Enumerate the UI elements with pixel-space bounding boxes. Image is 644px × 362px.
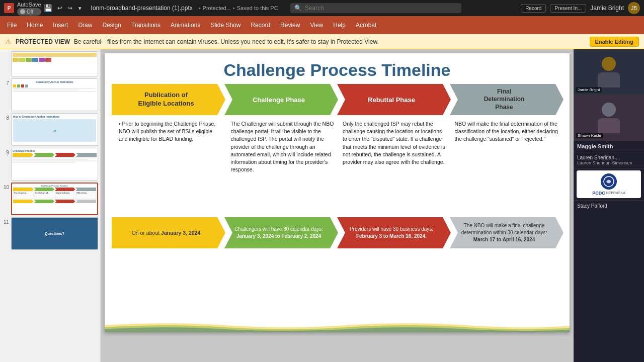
slide-image-7[interactable]: Community Anchor Institutions xyxy=(11,78,98,111)
protected-message: Be careful—files from the Internet can c… xyxy=(74,38,379,45)
video-name-shawn: Shawn Kasle xyxy=(576,133,603,138)
search-box[interactable]: 🔍 xyxy=(290,3,461,13)
tab-animations[interactable]: Animations xyxy=(166,20,205,31)
nebraska-text: NEBRASKA xyxy=(606,191,625,195)
tab-view[interactable]: View xyxy=(305,20,328,31)
timeline-publication: On or about January 3, 2024 xyxy=(112,217,225,248)
desc-challenge: The Challenger will submit through the N… xyxy=(227,117,339,215)
slide-thumb-9[interactable]: 9 Challenge Process xyxy=(2,148,98,180)
video-shawn: Shawn Kasle xyxy=(574,95,644,140)
content-area: Challenge Process Timeline Publication o… xyxy=(101,49,574,362)
autosave-toggle[interactable]: Off xyxy=(17,8,41,16)
participant-stacy: Stacy Pafford xyxy=(574,200,644,211)
protected-label: PROTECTED VIEW xyxy=(16,38,70,45)
customize-button[interactable]: ▼ xyxy=(75,5,85,12)
desc-final: NBO will make the final determination of… xyxy=(451,117,563,215)
slide-image-8[interactable]: Map of Community Anchor Institutions 🗺️ xyxy=(11,113,98,146)
slide-title: Challenge Process Timeline xyxy=(105,53,570,84)
phase-final: FinalDeterminationPhase xyxy=(450,84,564,115)
desc-publication: Prior to beginning the Challenge Phase, … xyxy=(112,117,227,215)
content-descriptions: Prior to beginning the Challenge Phase, … xyxy=(112,117,562,215)
saved-label: Saved to this PC xyxy=(237,5,278,11)
pcdc-logo-box: PCDC NEBRASKA xyxy=(577,170,641,198)
redo-button[interactable]: ↪ xyxy=(65,4,75,13)
protected-label: Protected... xyxy=(203,5,231,11)
main-layout: 7 Community Anchor Institutions xyxy=(0,49,644,362)
desc-rebuttal: Only the challenged ISP may rebut the ch… xyxy=(339,117,451,215)
filename: Ionm-broadband-presentation (1).pptx xyxy=(91,5,193,12)
timeline-rebuttal: Providers will have 30 business days: Fe… xyxy=(337,217,451,248)
tab-transitions[interactable]: Transitions xyxy=(126,20,166,31)
search-icon: 🔍 xyxy=(294,5,302,12)
participant-name-lauren: Lauren Sheridan-... xyxy=(577,155,640,160)
slide-thumb-10[interactable]: 10 Challenge Process Timeline Prior to b… xyxy=(2,183,98,215)
tab-help[interactable]: Help xyxy=(328,20,351,31)
tab-file[interactable]: File xyxy=(2,20,22,31)
slide-thumb-8[interactable]: 8 Map of Community Anchor Institutions 🗺… xyxy=(2,113,98,146)
pcdc-logo-icon xyxy=(603,176,614,187)
right-sidebar: Jamie Bright Shawn Kasle Maggie Smith La… xyxy=(574,49,644,362)
pcdc-text: PCDC xyxy=(592,191,605,196)
search-input[interactable] xyxy=(305,5,406,12)
warning-icon: ⚠ xyxy=(5,38,12,46)
present-button[interactable]: Present In... xyxy=(550,4,586,13)
tab-record[interactable]: Record xyxy=(246,20,275,31)
participant-name-stacy: Stacy Pafford xyxy=(577,203,640,209)
tab-design[interactable]: Design xyxy=(97,20,126,31)
timeline-row-top: Publication ofEligible Locations Challen… xyxy=(112,84,562,115)
phase-challenge: Challenge Phase xyxy=(224,84,338,115)
participant-shawn: Shawn Kasle xyxy=(574,95,644,141)
autosave-label: AutoSave xyxy=(17,2,41,8)
participant-lauren: Lauren Sheridan-... Lauren Sheridan-Simo… xyxy=(574,152,644,168)
tab-acrobat[interactable]: Acrobat xyxy=(351,20,381,31)
phase-publication: Publication ofEligible Locations xyxy=(112,84,225,115)
tab-home[interactable]: Home xyxy=(22,20,48,31)
pcdc-logo-circle xyxy=(601,173,617,190)
phase-rebuttal: Rebuttal Phase xyxy=(337,84,451,115)
tab-review[interactable]: Review xyxy=(275,20,305,31)
slide-thumb-7[interactable]: 7 Community Anchor Institutions xyxy=(2,78,98,111)
tab-insert[interactable]: Insert xyxy=(48,20,73,31)
slide-image-9[interactable]: Challenge Process xyxy=(11,148,98,180)
slide: Challenge Process Timeline Publication o… xyxy=(105,53,570,332)
avatar: JB xyxy=(628,2,640,14)
undo-button[interactable]: ↩ xyxy=(55,4,65,13)
video-name-jamie: Jamie Bright xyxy=(576,87,602,93)
participant-jamie: Jamie Bright xyxy=(574,49,644,95)
slide-panel[interactable]: 7 Community Anchor Institutions xyxy=(0,49,101,362)
slide-image-6[interactable] xyxy=(11,51,98,76)
app-icon: P xyxy=(4,3,14,13)
tab-slideshow[interactable]: Slide Show xyxy=(205,20,246,31)
autosave-area: AutoSave Off xyxy=(17,1,41,16)
participant-maggie: Maggie Smith xyxy=(574,141,644,152)
ribbon: File Home Insert Draw Design Transitions… xyxy=(0,16,644,34)
protected-view-bar: ⚠ PROTECTED VIEW Be careful—files from t… xyxy=(0,34,644,49)
slide-thumb-11[interactable]: 11 Questions? xyxy=(2,217,98,250)
timeline-challenge: Challengers will have 30 calendar days: … xyxy=(224,217,338,248)
participant-name-maggie: Maggie Smith xyxy=(577,143,640,149)
participant-sub-lauren: Lauren Sheridan-Simonsen xyxy=(577,160,640,165)
title-bar: P AutoSave Off 💾 ↩ ↪ ▼ Ionm-broadband-pr… xyxy=(0,0,644,16)
user-area: Record Present In... Jamie Bright JB xyxy=(521,2,640,14)
tab-draw[interactable]: Draw xyxy=(73,20,97,31)
slide-image-11[interactable]: Questions? xyxy=(11,217,98,250)
bottom-decoration xyxy=(105,321,570,332)
user-name: Jamie Bright xyxy=(590,5,624,12)
video-jamie: Jamie Bright xyxy=(574,49,644,95)
slide-image-10[interactable]: Challenge Process Timeline Prior to begi… xyxy=(11,183,98,215)
record-button[interactable]: Record xyxy=(521,4,546,13)
slide-thumb-6[interactable] xyxy=(2,51,98,76)
timeline-final: The NBO will make a final challenge dete… xyxy=(450,217,564,248)
timeline-row-bottom: On or about January 3, 2024 Challengers … xyxy=(112,217,562,248)
enable-editing-button[interactable]: Enable Editing xyxy=(590,37,639,47)
save-button[interactable]: 💾 xyxy=(41,3,55,13)
